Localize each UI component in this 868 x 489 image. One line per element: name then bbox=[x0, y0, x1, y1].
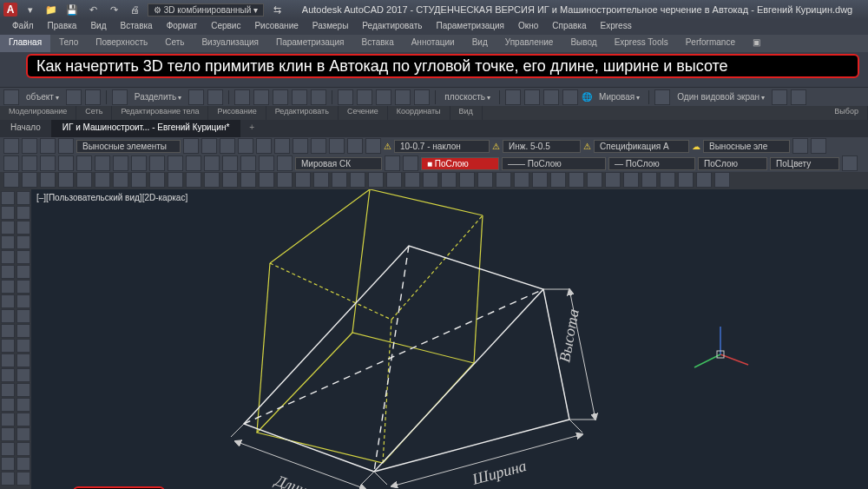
ucs-icon[interactable] bbox=[686, 320, 755, 389]
lb-btn-6[interactable] bbox=[95, 155, 110, 171]
pb-btn-9[interactable] bbox=[256, 138, 272, 154]
ribbon-btn-16[interactable] bbox=[524, 89, 540, 105]
ribbon-btn-20[interactable] bbox=[772, 89, 787, 105]
hatch-tool-icon[interactable] bbox=[1, 280, 15, 294]
pb-btn-3[interactable] bbox=[40, 138, 56, 154]
ts-29[interactable] bbox=[514, 172, 529, 188]
polyline-tool-icon[interactable] bbox=[1, 206, 15, 220]
lb-btn-18[interactable] bbox=[403, 155, 418, 171]
ts-34[interactable] bbox=[605, 172, 621, 188]
ts-16[interactable] bbox=[277, 172, 293, 188]
menu-tools[interactable]: Сервис bbox=[204, 19, 247, 35]
ts-25[interactable] bbox=[441, 172, 457, 188]
ts-12[interactable] bbox=[204, 172, 220, 188]
tab-manage[interactable]: Управление bbox=[496, 35, 562, 52]
lb-btn-5[interactable] bbox=[76, 155, 92, 171]
pb-btn-6[interactable] bbox=[201, 138, 217, 154]
ts-38[interactable] bbox=[678, 172, 694, 188]
doc-tab-active[interactable]: ИГ и Машиностроит... - Евгений Курицин* bbox=[52, 120, 240, 137]
pb-btn-2[interactable] bbox=[22, 138, 37, 154]
ts-31[interactable] bbox=[550, 172, 566, 188]
ribbon-btn-13[interactable] bbox=[395, 89, 411, 105]
ribbon-btn-12[interactable] bbox=[376, 89, 391, 105]
lb-btn-15[interactable] bbox=[259, 155, 274, 171]
panel-draw[interactable]: Рисование bbox=[208, 106, 266, 120]
lb-btn-2[interactable] bbox=[22, 155, 37, 171]
ts-4[interactable] bbox=[58, 172, 74, 188]
menu-window[interactable]: Окно bbox=[511, 19, 545, 35]
block-tool-icon[interactable] bbox=[1, 324, 15, 338]
stretch-tool-icon[interactable] bbox=[16, 383, 30, 397]
qa-share-icon[interactable]: ⇆ bbox=[269, 2, 285, 17]
ts-13[interactable] bbox=[222, 172, 238, 188]
lb-btn-7[interactable] bbox=[113, 155, 128, 171]
ribbon-wedge-icon[interactable] bbox=[3, 89, 19, 105]
pb-btn-1[interactable] bbox=[3, 138, 19, 154]
ts-23[interactable] bbox=[404, 172, 420, 188]
pb-btn-10[interactable] bbox=[274, 138, 290, 154]
array-tool-icon[interactable] bbox=[16, 324, 30, 338]
ribbon-split-icon[interactable] bbox=[112, 89, 128, 105]
bylayer-color-dropdown[interactable]: ■ ПоСлою bbox=[421, 157, 499, 170]
ribbon-viewport[interactable]: Один видовой экран bbox=[674, 92, 768, 102]
ts-39[interactable] bbox=[696, 172, 712, 188]
helix-tool-icon[interactable] bbox=[1, 383, 15, 397]
copy-tool-icon[interactable] bbox=[16, 206, 30, 220]
extend-tool-icon[interactable] bbox=[16, 280, 30, 294]
ts-37[interactable] bbox=[660, 172, 675, 188]
ts-1[interactable] bbox=[3, 172, 19, 188]
tab-view[interactable]: Вид bbox=[464, 35, 496, 52]
ts-9[interactable] bbox=[149, 172, 165, 188]
ribbon-btn-18[interactable] bbox=[562, 89, 578, 105]
ts-10[interactable] bbox=[168, 172, 183, 188]
ts-14[interactable] bbox=[240, 172, 256, 188]
ts-5[interactable] bbox=[76, 172, 92, 188]
ts-6[interactable] bbox=[95, 172, 110, 188]
fillet-tool-icon[interactable] bbox=[16, 294, 30, 308]
lb-btn-19[interactable] bbox=[842, 155, 858, 171]
revcloud-tool-icon[interactable] bbox=[1, 427, 15, 441]
pb-btn-5[interactable] bbox=[183, 138, 199, 154]
menu-format[interactable]: Формат bbox=[160, 19, 205, 35]
ribbon-btn-4[interactable] bbox=[207, 89, 223, 105]
ribbon-btn-21[interactable] bbox=[791, 89, 806, 105]
menu-express[interactable]: Express bbox=[594, 19, 639, 35]
align-tool-icon[interactable] bbox=[16, 427, 30, 441]
point-tool-icon[interactable] bbox=[1, 339, 15, 353]
trim-tool-icon[interactable] bbox=[16, 265, 30, 279]
menu-param[interactable]: Параметризация bbox=[429, 19, 511, 35]
tab-surface[interactable]: Поверхность bbox=[87, 35, 156, 52]
ts-32[interactable] bbox=[569, 172, 584, 188]
ribbon-btn-8[interactable] bbox=[292, 89, 307, 105]
doc-tab-start[interactable]: Начало bbox=[0, 120, 52, 137]
ribbon-btn-11[interactable] bbox=[357, 89, 372, 105]
menu-view[interactable]: Вид bbox=[83, 19, 113, 35]
doc-tab-add[interactable]: + bbox=[240, 120, 263, 137]
lb-btn-3[interactable] bbox=[40, 155, 56, 171]
mod-20[interactable] bbox=[16, 472, 30, 486]
panel-section[interactable]: Сечение bbox=[339, 106, 388, 120]
tab-visual[interactable]: Визуализация bbox=[193, 35, 266, 52]
ribbon-btn-17[interactable] bbox=[543, 89, 559, 105]
lb-btn-16[interactable] bbox=[277, 155, 293, 171]
pb-btn-11[interactable] bbox=[293, 138, 308, 154]
ribbon-btn-1[interactable] bbox=[66, 89, 82, 105]
panel-coord[interactable]: Координаты bbox=[388, 106, 450, 120]
tab-extra[interactable]: ▣ bbox=[744, 35, 769, 52]
ribbon-btn-9[interactable] bbox=[311, 89, 326, 105]
3dpoly-tool-icon[interactable] bbox=[1, 457, 15, 471]
lb-btn-8[interactable] bbox=[131, 155, 147, 171]
chamfer-tool-icon[interactable] bbox=[16, 309, 30, 323]
panel-modeling[interactable]: Моделирование bbox=[0, 106, 76, 120]
qa-save-icon[interactable]: 💾 bbox=[64, 2, 80, 17]
spec-dropdown[interactable]: Спецификация А bbox=[594, 140, 689, 153]
panel-select[interactable]: Выбор bbox=[825, 106, 868, 120]
tab-output[interactable]: Вывод bbox=[562, 35, 605, 52]
pb-btn-15[interactable] bbox=[365, 138, 381, 154]
table-tool-icon[interactable] bbox=[1, 368, 15, 382]
qa-new-icon[interactable]: ▾ bbox=[23, 2, 38, 17]
ribbon-plane[interactable]: плоскость bbox=[441, 92, 494, 102]
ribbon-btn-19[interactable] bbox=[654, 89, 670, 105]
viewport-label[interactable]: [–][Пользовательский вид][2D-каркас] bbox=[36, 193, 187, 202]
lb-btn-10[interactable] bbox=[168, 155, 183, 171]
